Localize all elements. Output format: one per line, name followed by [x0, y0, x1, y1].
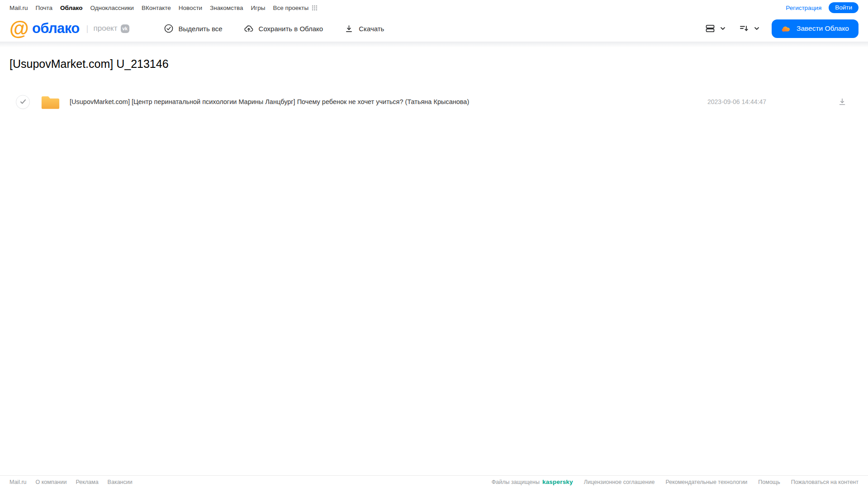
nav-pochta[interactable]: Почта: [36, 5, 53, 11]
portal-nav: Mail.ru Почта Облако Одноклассники ВКонт…: [0, 0, 868, 15]
chevron-down-icon: [720, 25, 726, 32]
nav-all-projects[interactable]: Все проекты: [273, 5, 318, 11]
project-label-text: проект: [94, 24, 118, 33]
select-all-button[interactable]: Выделить все: [164, 24, 223, 33]
file-date: 2023-09-06 14:44:47: [707, 98, 766, 105]
create-cloud-button[interactable]: Завести Облако: [772, 19, 859, 38]
kaspersky-protected: Файлы защищены kaspersky: [492, 479, 573, 485]
footer: Mail.ru О компании Реклама Вакансии Файл…: [0, 475, 868, 488]
main-content: [UsupovMarket.com] U_213146 [UsupovMarke…: [0, 57, 868, 114]
select-all-label: Выделить все: [179, 25, 223, 33]
page-title: [UsupovMarket.com] U_213146: [9, 57, 859, 71]
nav-vkontakte[interactable]: ВКонтакте: [142, 5, 171, 11]
save-to-cloud-label: Сохранить в Облако: [259, 25, 323, 33]
cloud-icon: [781, 24, 792, 34]
nav-novosti[interactable]: Новости: [179, 5, 202, 11]
footer-license[interactable]: Лицензионное соглашение: [584, 479, 655, 485]
cloud-upload-icon: [244, 24, 254, 33]
footer-mailru[interactable]: Mail.ru: [9, 479, 27, 485]
row-checkbox[interactable]: [16, 95, 30, 109]
download-button[interactable]: Скачать: [344, 24, 384, 33]
save-to-cloud-button[interactable]: Сохранить в Облако: [244, 24, 323, 33]
chevron-down-icon: [754, 25, 760, 32]
registration-link[interactable]: Регистрация: [786, 5, 821, 11]
file-row[interactable]: [UsupovMarket.com] [Центр перинатальной …: [9, 90, 859, 114]
view-mode-dropdown[interactable]: [705, 23, 726, 34]
footer-right: Файлы защищены kaspersky Лицензионное со…: [492, 479, 859, 485]
footer-help[interactable]: Помощь: [758, 479, 780, 485]
toolbar: Выделить все Сохранить в Облако Скачать: [164, 24, 384, 33]
nav-all-projects-label: Все проекты: [273, 5, 308, 11]
check-icon: [20, 99, 26, 104]
file-name-link[interactable]: [UsupovMarket.com] [Центр перинатальной …: [70, 98, 469, 105]
sort-dropdown[interactable]: [739, 23, 760, 34]
logo-divider: |: [86, 24, 89, 33]
footer-ads[interactable]: Реклама: [76, 479, 98, 485]
row-download-icon[interactable]: [837, 97, 847, 107]
check-circle-icon: [164, 24, 174, 33]
cloud-logo[interactable]: @ облако | проект vk: [9, 19, 129, 38]
footer-recommendation-tech[interactable]: Рекомендательные технологии: [665, 479, 747, 485]
cloud-header: @ облако | проект vk Выделить все Сохра: [0, 15, 868, 42]
view-list-icon: [705, 23, 716, 34]
portal-nav-right: Регистрация Войти: [786, 2, 859, 13]
folder-icon[interactable]: [40, 94, 60, 110]
nav-oblako[interactable]: Облако: [60, 5, 82, 11]
footer-about[interactable]: О компании: [36, 479, 67, 485]
kaspersky-logo[interactable]: kaspersky: [542, 479, 573, 485]
nav-znakomstva[interactable]: Знакомства: [210, 5, 243, 11]
sort-icon: [739, 23, 749, 34]
vk-badge-icon: vk: [121, 24, 129, 33]
create-cloud-label: Завести Облако: [797, 24, 849, 33]
download-label: Скачать: [359, 25, 384, 33]
footer-report-content[interactable]: Пожаловаться на контент: [791, 479, 859, 485]
footer-jobs[interactable]: Вакансии: [108, 479, 133, 485]
login-button[interactable]: Войти: [829, 2, 859, 13]
nav-igry[interactable]: Игры: [251, 5, 266, 11]
header-right-controls: Завести Облако: [705, 19, 859, 38]
nav-mailru[interactable]: Mail.ru: [9, 5, 28, 11]
mailru-at-icon: @: [9, 19, 29, 38]
download-icon: [344, 24, 354, 33]
grid-icon: [312, 5, 318, 11]
protected-label: Файлы защищены: [492, 479, 540, 485]
cloud-logo-text: облако: [32, 20, 80, 37]
nav-odnoklassniki[interactable]: Одноклассники: [90, 5, 133, 11]
vk-project-label: проект vk: [94, 24, 129, 33]
